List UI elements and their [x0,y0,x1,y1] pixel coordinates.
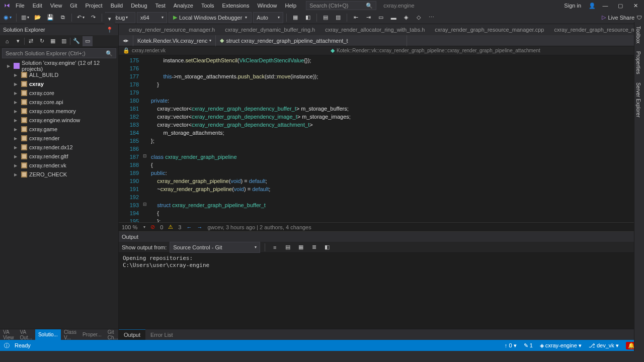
menu-project[interactable]: Project [82,1,106,10]
panel-pin-icon[interactable]: 📍 [104,24,115,35]
undo-button[interactable]: ↶▾ [75,12,86,23]
liveshare-button[interactable]: Live Share [608,15,634,21]
menu-edit[interactable]: Edit [29,1,46,10]
side-tab[interactable]: Solutio... [35,329,61,340]
tb-icon-2[interactable]: ◧ [302,12,313,23]
tb-uncomment[interactable]: ▬ [388,12,399,23]
minimize-button[interactable]: — [600,0,611,11]
output-source-dropdown[interactable]: Source Control - Git▾ [170,242,260,253]
menu-git[interactable]: Git [66,1,80,10]
menu-extensions[interactable]: Extensions [219,1,253,10]
error-count[interactable]: 0 [160,224,163,230]
maximize-button[interactable]: ▢ [615,0,626,11]
tb-bookmark[interactable]: ◈ [400,12,412,23]
nav-back-small[interactable]: ◂▸ [119,35,133,46]
platform-dropdown[interactable]: x64▾ [137,12,167,23]
sol-sync-icon[interactable]: ↻ [37,36,47,46]
admin-icon[interactable]: 🛡 [636,15,642,21]
solution-root-node[interactable]: ▶ Solution 'cxray.engine' (12 of 12 proj… [0,61,118,70]
sol-preview-icon[interactable]: ▭ [83,36,93,46]
tb-step-2[interactable]: ⇥ [363,12,374,23]
sol-showall-icon[interactable]: ▦ [48,36,58,46]
menu-window[interactable]: Window [254,1,280,10]
output-text[interactable]: Opening repositories: C:\Users\user\cxra… [119,253,644,329]
editor-tab[interactable]: cxray_render_dynamic_buffer_ring.h [220,24,320,35]
sol-refresh-icon[interactable]: ▥ [59,36,69,46]
solution-search-input[interactable]: Search Solution Explorer (Ctrl+;)🔍 [2,48,116,58]
editor-tab[interactable]: cxray_render_resource_manager.h [124,24,220,35]
tb-step-1[interactable]: ⇤ [350,12,361,23]
menu-analyze[interactable]: Analyze [170,1,197,10]
warning-count[interactable]: 3 [178,224,181,230]
crumb-file[interactable]: cxray.render.vk [132,48,166,53]
sol-collapse-icon[interactable]: ⇄ [26,36,36,46]
panel-dropdown-icon[interactable]: ▾ [104,13,115,24]
tb-more[interactable]: ⋯ [426,12,437,23]
pending-edits[interactable]: ✎ 1 [524,342,533,349]
branch-name[interactable]: ⎇ dev_vk ▾ [589,342,619,349]
sol-prop-icon[interactable]: 🔧 [71,36,82,46]
project-node[interactable]: ▶cxray.game [0,125,118,134]
side-tab[interactable]: VA Out... [17,329,35,340]
tb-comment[interactable]: ▭ [375,12,386,23]
project-node[interactable]: ▶cxray.render.vk [0,161,118,170]
repo-name[interactable]: ◈ cxray-engine ▾ [540,342,582,349]
menu-tools[interactable]: Tools [198,1,218,10]
nav-project-dropdown[interactable]: Kotek.Render.Vk.cxray_renc▾ [133,35,216,46]
output-clear-icon[interactable]: ≡ [270,242,280,252]
sol-home-icon[interactable]: ⌂ [2,36,12,46]
tb-bookmark2[interactable]: ◇ [413,12,424,23]
editor-tab[interactable]: cxray_render_allocator_ring_with_tabs.h [320,24,430,35]
nav-back-button[interactable]: ◉▾ [2,12,13,23]
output-meta-icon[interactable]: ◧ [322,242,332,252]
crumb-path[interactable]: Kotek::Render::vk::cxray_render_graph_pi… [337,48,540,53]
project-node[interactable]: ▶cxray [0,79,118,88]
new-file-button[interactable]: ▥▾ [20,12,31,23]
output-stop-icon[interactable]: ▦ [296,242,306,252]
menu-test[interactable]: Test [152,1,169,10]
project-node[interactable]: ▶cxray.core [0,88,118,98]
open-button[interactable]: 📂 [32,12,43,23]
menu-help[interactable]: Help [282,1,300,10]
start-debug-button[interactable]: ▶Local Windows Debugger▾ [169,12,252,23]
bottom-tab[interactable]: Output [119,329,145,340]
output-wrap-icon[interactable]: ▤ [283,242,293,252]
menu-view[interactable]: View [47,1,66,10]
project-node[interactable]: ▶cxray.render.gltf [0,152,118,161]
code-content[interactable]: instance.setClearDepthStencil(VkClearDep… [148,55,644,222]
side-tab[interactable]: VA View [0,329,17,340]
save-button[interactable]: 💾 [45,12,56,23]
project-node[interactable]: ▶cxray.engine.window [0,116,118,125]
project-node[interactable]: ▶cxray.core.memory [0,107,118,116]
project-node[interactable]: ▶ZERO_CHECK [0,170,118,179]
menu-debug[interactable]: Debug [127,1,150,10]
changes-up[interactable]: ↑ 0 ▾ [505,342,517,349]
sol-views-icon[interactable]: ▾ [13,36,23,46]
editor-tab[interactable]: cxray_render_graph_resource_manager.cpp [430,24,549,35]
tb-icon-4[interactable]: ▥ [333,12,344,23]
project-node[interactable]: ▶cxray.render.dx12 [0,143,118,152]
code-editor[interactable]: 1751761771781791801811821831841851861871… [119,55,644,222]
side-tab[interactable]: Class V... [61,329,79,340]
auto-dropdown[interactable]: Auto▾ [253,12,283,23]
tb-icon-1[interactable]: ▦ [290,12,301,23]
project-node[interactable]: ▶cxray.render [0,134,118,143]
save-all-button[interactable]: ⧉ [57,12,68,23]
side-tab[interactable]: Proper... [79,329,105,340]
vertical-tab[interactable]: Server Explorer [634,78,642,121]
close-button[interactable]: ✕ [630,0,641,11]
user-icon[interactable]: 👤 [589,3,596,9]
output-toggle-icon[interactable]: ≣ [309,242,319,252]
editor-tab[interactable]: cxray_render_graph_resource_manager.h [549,24,644,35]
zoom-level[interactable]: 100 % [122,224,137,230]
tb-icon-3[interactable]: ▤ [320,12,331,23]
blame-info[interactable]: gwcev, 3 hours ago | 2 authors, 4 change… [207,224,311,230]
menu-file[interactable]: File [12,1,28,10]
bottom-tab[interactable]: Error List [145,329,178,340]
menu-build[interactable]: Build [107,1,126,10]
vertical-tab[interactable]: Properties [634,47,642,78]
vertical-tab[interactable]: Toolbox [634,22,642,47]
nav-scope-dropdown[interactable]: ◆struct cxray_render_graph_pipeline_atta… [216,35,407,46]
global-search-input[interactable]: Search (Ctrl+Q)🔍 [306,1,376,10]
redo-button[interactable]: ↷ [88,12,99,23]
